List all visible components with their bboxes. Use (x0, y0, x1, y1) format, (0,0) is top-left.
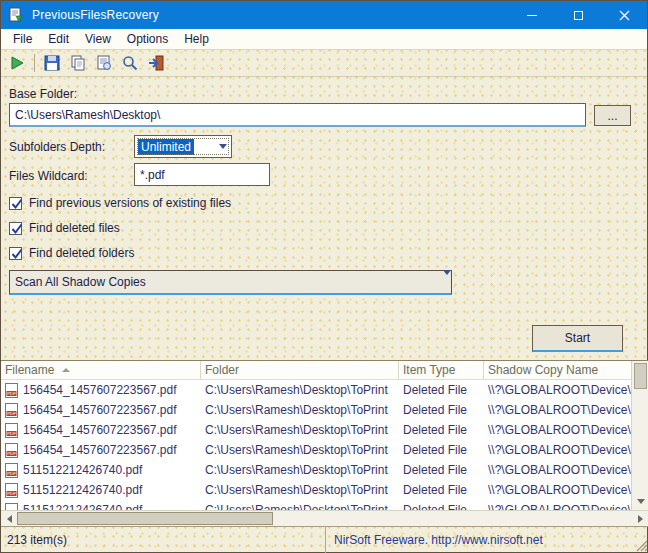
base-folder-input[interactable]: C:\Users\Ramesh\Desktop\ (9, 103, 586, 127)
shadow-copies-value: Scan All Shadow Copies (10, 273, 443, 291)
table-row[interactable]: PDF511512212426740.pdf C:\Users\Ramesh\D… (1, 500, 631, 510)
menu-view[interactable]: View (77, 30, 119, 48)
menu-file[interactable]: File (5, 30, 40, 48)
svg-text:PDF: PDF (7, 431, 16, 436)
scroll-left-icon[interactable] (1, 511, 17, 526)
checked-checkbox-icon (9, 247, 22, 260)
files-wildcard-label: Files Wildcard: (9, 169, 88, 183)
chevron-down-icon (214, 136, 231, 157)
checked-checkbox-icon (9, 197, 22, 210)
vertical-scrollbar[interactable] (631, 361, 648, 510)
toolbar (1, 50, 647, 77)
base-folder-label: Base Folder: (9, 87, 77, 101)
toolbar-separator (34, 54, 35, 72)
list-header: Filename Folder Item Type Shadow Copy Na… (1, 361, 631, 380)
svg-text:PDF: PDF (7, 491, 16, 496)
save-icon[interactable] (41, 52, 63, 74)
pdf-file-icon: PDF (5, 463, 18, 478)
pdf-file-icon: PDF (5, 443, 18, 458)
list-body: PDF156454_1457607223567.pdf C:\Users\Ram… (1, 380, 631, 510)
pdf-file-icon: PDF (5, 483, 18, 498)
svg-text:PDF: PDF (7, 451, 16, 456)
checked-checkbox-icon (9, 222, 22, 235)
status-item-count: 213 item(s) (1, 533, 325, 547)
properties-icon[interactable] (93, 52, 115, 74)
subfolders-depth-select[interactable]: Unlimited (134, 135, 232, 158)
titlebar: PreviousFilesRecovery (1, 1, 647, 29)
window-title: PreviousFilesRecovery (32, 8, 159, 22)
start-scan-icon[interactable] (6, 52, 28, 74)
column-header-shadow-copy-name[interactable]: Shadow Copy Name (484, 361, 631, 379)
checkbox-deleted-files-label: Find deleted files (29, 221, 120, 235)
statusbar: 213 item(s) NirSoft Freeware. http://www… (1, 526, 648, 553)
table-row[interactable]: PDF511512212426740.pdf C:\Users\Ramesh\D… (1, 460, 631, 480)
table-row[interactable]: PDF156454_1457607223567.pdf C:\Users\Ram… (1, 380, 631, 400)
files-wildcard-input[interactable]: *.pdf (134, 163, 270, 186)
table-row[interactable]: PDF511512212426740.pdf C:\Users\Ramesh\D… (1, 480, 631, 500)
minimize-button[interactable] (509, 1, 555, 29)
pdf-file-icon: PDF (5, 403, 18, 418)
results-list: Filename Folder Item Type Shadow Copy Na… (1, 360, 648, 525)
menu-edit[interactable]: Edit (40, 30, 77, 48)
svg-text:PDF: PDF (7, 471, 16, 476)
maximize-button[interactable] (555, 1, 601, 29)
start-button[interactable]: Start (532, 325, 623, 352)
pdf-file-icon: PDF (5, 383, 18, 398)
sort-ascending-icon (62, 368, 70, 372)
subfolders-depth-value: Unlimited (138, 139, 194, 155)
checkbox-deleted-folders[interactable]: Find deleted folders (9, 245, 134, 261)
scroll-right-icon[interactable] (632, 511, 648, 526)
column-header-filename[interactable]: Filename (1, 361, 201, 379)
resize-grip-icon[interactable] (634, 538, 648, 552)
scroll-down-icon[interactable] (632, 494, 648, 509)
horizontal-scrollbar-thumb[interactable] (17, 512, 273, 525)
app-window: PreviousFilesRecovery File Edit View Opt… (0, 0, 648, 553)
exit-icon[interactable] (145, 52, 167, 74)
column-header-folder[interactable]: Folder (201, 361, 399, 379)
close-button[interactable] (601, 1, 647, 29)
status-nirsoft-link[interactable]: NirSoft Freeware. http://www.nirsoft.net (326, 533, 648, 547)
column-header-item-type[interactable]: Item Type (399, 361, 484, 379)
minimize-icon (527, 15, 537, 16)
checkbox-previous-versions-label: Find previous versions of existing files (29, 196, 231, 210)
find-icon[interactable] (119, 52, 141, 74)
svg-text:PDF: PDF (7, 391, 16, 396)
checkbox-previous-versions[interactable]: Find previous versions of existing files (9, 195, 231, 211)
menu-options[interactable]: Options (119, 30, 176, 48)
vertical-scrollbar-thumb[interactable] (634, 363, 647, 389)
table-row[interactable]: PDF156454_1457607223567.pdf C:\Users\Ram… (1, 400, 631, 420)
copy-icon[interactable] (67, 52, 89, 74)
checkbox-deleted-files[interactable]: Find deleted files (9, 220, 120, 236)
horizontal-scrollbar[interactable] (1, 510, 648, 526)
svg-text:PDF: PDF (7, 411, 16, 416)
close-icon (619, 10, 630, 21)
shadow-copies-select[interactable]: Scan All Shadow Copies (9, 270, 452, 295)
menubar: File Edit View Options Help (1, 29, 647, 50)
browse-button[interactable]: ... (594, 105, 631, 126)
maximize-icon (574, 11, 583, 20)
chevron-down-icon (443, 275, 451, 289)
checkbox-deleted-folders-label: Find deleted folders (29, 246, 134, 260)
pdf-file-icon: PDF (5, 503, 18, 511)
menu-help[interactable]: Help (176, 30, 217, 48)
app-icon (8, 7, 24, 23)
table-row[interactable]: PDF156454_1457607223567.pdf C:\Users\Ram… (1, 440, 631, 460)
subfolders-depth-label: Subfolders Depth: (9, 140, 105, 154)
pdf-file-icon: PDF (5, 423, 18, 438)
table-row[interactable]: PDF156454_1457607223567.pdf C:\Users\Ram… (1, 420, 631, 440)
